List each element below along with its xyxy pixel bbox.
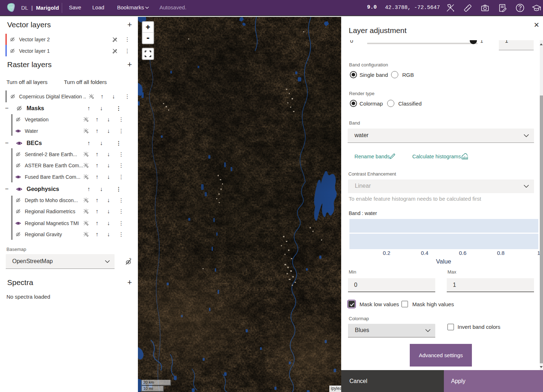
svg-text:?: ? (129, 258, 131, 262)
